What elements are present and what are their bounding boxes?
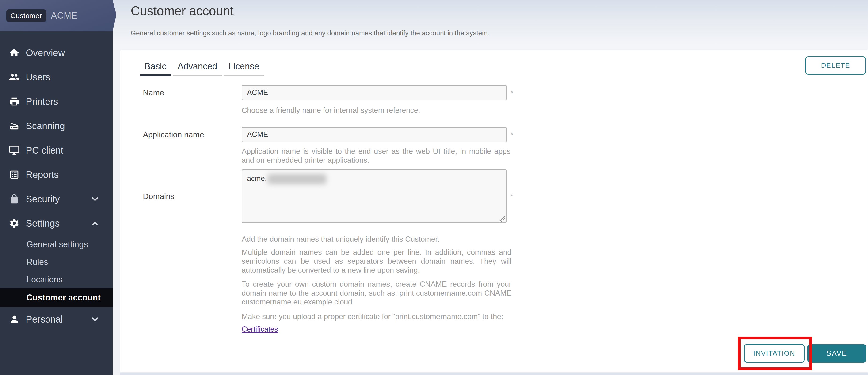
sidebar-subitem-label: Locations (27, 275, 63, 284)
chevron-up-icon (90, 219, 100, 228)
delete-button[interactable]: DELETE (805, 57, 866, 74)
application-name-input[interactable] (242, 127, 507, 142)
tab-advanced[interactable]: Advanced (173, 60, 222, 76)
person-icon (9, 314, 20, 325)
sidebar-item-customer-account[interactable]: Customer account (0, 288, 113, 307)
certificates-link[interactable]: Certificates (242, 325, 278, 334)
home-icon (9, 47, 20, 58)
settings-card: Basic Advanced License DELETE Name * Cho… (120, 50, 868, 373)
application-name-required-asterisk: * (510, 127, 513, 142)
tab-basic[interactable]: Basic (140, 60, 171, 76)
sidebar-item-overview[interactable]: Overview (0, 40, 113, 65)
sidebar-nav: Overview Users Printers Scanning PC clie… (0, 40, 113, 331)
sidebar-item-rules[interactable]: Rules (0, 253, 113, 271)
save-button[interactable]: SAVE (807, 344, 866, 363)
sidebar-item-label: Overview (26, 47, 65, 58)
sidebar-item-label: Printers (26, 96, 58, 107)
sidebar-item-label: Reports (26, 169, 59, 180)
sidebar-item-label: Settings (26, 218, 60, 229)
sidebar-subitem-label: General settings (27, 240, 88, 249)
domains-helper-3: To create your own custom domain names, … (242, 280, 512, 306)
sidebar-item-pc-client[interactable]: PC client (0, 138, 113, 163)
chevron-down-icon (90, 314, 100, 324)
sidebar-item-reports[interactable]: Reports (0, 163, 113, 187)
application-name-helper-text: Application name is visible to the end u… (242, 147, 510, 165)
scanner-icon (9, 121, 20, 131)
invitation-button[interactable]: INVITATION (744, 344, 805, 363)
chevron-down-icon (90, 194, 100, 204)
tab-bar: Basic Advanced License (140, 60, 266, 76)
domains-value-prefix: acme. (247, 174, 267, 182)
textarea-resize-handle[interactable] (500, 216, 505, 222)
sidebar-item-scanning[interactable]: Scanning (0, 114, 113, 138)
users-group-icon (9, 72, 20, 82)
page-title: Customer account (131, 3, 234, 18)
domains-helper-block: Add the domain names that uniquely ident… (242, 235, 512, 334)
desktop-monitor-icon (9, 145, 20, 156)
application-name-field-label: Application name (143, 127, 204, 142)
sidebar: Customer ACME Overview Users Printers (0, 0, 113, 375)
sidebar-item-users[interactable]: Users (0, 65, 113, 89)
name-helper-text: Choose a friendly name for internal syst… (242, 106, 510, 114)
customer-context-header: Customer ACME (0, 0, 116, 31)
name-input[interactable] (242, 85, 507, 100)
sidebar-item-settings[interactable]: Settings (0, 211, 113, 236)
sidebar-item-label: Personal (26, 314, 63, 325)
sidebar-subitem-label: Customer account (27, 293, 101, 303)
page-header: Customer account General customer settin… (113, 0, 868, 50)
name-required-asterisk: * (510, 85, 513, 100)
sidebar-item-label: PC client (26, 145, 63, 156)
domains-helper-4: Make sure you upload a proper certificat… (242, 312, 512, 321)
page-bottom-strip (120, 373, 868, 375)
domains-field-label: Domains (143, 169, 174, 223)
sidebar-item-personal[interactable]: Personal (0, 307, 113, 331)
sidebar-item-locations[interactable]: Locations (0, 271, 113, 288)
lock-icon (9, 194, 20, 204)
sidebar-subitem-label: Rules (27, 257, 48, 267)
domains-required-asterisk: * (510, 169, 513, 223)
main-content: Customer account General customer settin… (113, 0, 868, 375)
sidebar-item-printers[interactable]: Printers (0, 89, 113, 114)
sidebar-item-security[interactable]: Security (0, 187, 113, 211)
account-name: ACME (51, 10, 78, 21)
domains-helper-1: Add the domain names that uniquely ident… (242, 235, 512, 243)
page-description: General customer settings such as name, … (131, 29, 490, 37)
sidebar-item-label: Security (26, 194, 60, 204)
domains-helper-2: Multiple domain names can be added one p… (242, 248, 512, 274)
name-field-label: Name (143, 85, 164, 100)
sidebar-item-label: Scanning (26, 121, 65, 131)
gear-icon (9, 218, 20, 229)
sidebar-item-label: Users (26, 72, 50, 82)
sidebar-item-general-settings[interactable]: General settings (0, 236, 113, 253)
report-table-icon (9, 169, 20, 180)
redacted-domain-blur (268, 174, 326, 184)
tab-license[interactable]: License (224, 60, 264, 76)
domains-textarea[interactable]: acme. (242, 169, 507, 223)
customer-context-badge: Customer (6, 9, 46, 22)
printer-icon (9, 96, 20, 107)
